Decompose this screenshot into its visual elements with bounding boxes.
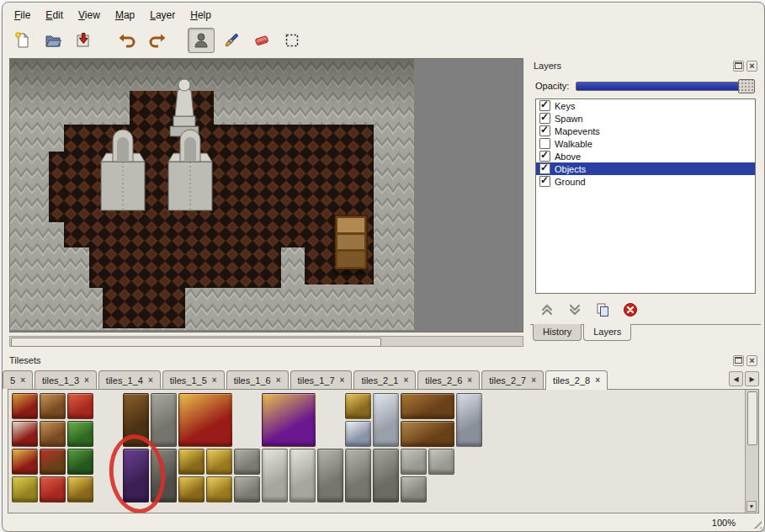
tile-book-row[interactable] (40, 449, 66, 475)
close-tab-icon[interactable] (276, 376, 281, 385)
rect-select-tool-button[interactable] (279, 28, 305, 53)
layer-visibility-checkbox[interactable] (539, 113, 550, 124)
opacity-slider[interactable] (576, 82, 754, 91)
close-tab-icon[interactable] (212, 376, 217, 385)
undo-button[interactable] (114, 28, 141, 53)
layer-visibility-checkbox[interactable] (539, 163, 550, 174)
tab-history[interactable]: History (533, 324, 582, 341)
tile-gold-whip-2[interactable] (178, 476, 205, 503)
menu-map[interactable]: Map (109, 7, 141, 24)
tile-gold-whip[interactable] (178, 449, 205, 475)
close-tab-icon[interactable] (595, 376, 600, 385)
tileset-vscroll-handle[interactable] (747, 391, 757, 445)
tile-purple-door[interactable] (123, 449, 149, 503)
tileset-tab-tiles_1_7[interactable]: tiles_1_7 (290, 370, 353, 389)
tile-gargoyle-2[interactable] (345, 449, 371, 503)
raise-layer-button[interactable] (537, 301, 557, 319)
tile-stone-block-2[interactable] (428, 449, 454, 475)
tile-red-banner[interactable] (12, 393, 38, 419)
tileset-tab-tiles_2_1[interactable]: tiles_2_1 (353, 370, 416, 389)
tileset-tab-tiles_2_8[interactable]: tiles_2_8 (545, 370, 608, 390)
tile-gargoyle[interactable] (317, 449, 343, 503)
delete-layer-button[interactable] (620, 301, 640, 319)
tileset-content[interactable] (8, 389, 759, 513)
close-tab-icon[interactable] (531, 376, 536, 385)
close-tab-icon[interactable] (84, 376, 89, 385)
scroll-down-arrow-icon[interactable] (746, 501, 757, 512)
tile-stone-pillar[interactable] (401, 476, 427, 503)
menu-layer[interactable]: Layer (143, 7, 182, 24)
tab-layers[interactable]: Layers (583, 324, 631, 341)
tile-gold-frame[interactable] (345, 393, 371, 419)
layer-row-above[interactable]: Above (536, 150, 755, 162)
tile-tall-plant[interactable] (67, 449, 93, 475)
duplicate-layer-button[interactable] (592, 301, 613, 319)
tileset-tab-tiles_1_4[interactable]: tiles_1_4 (98, 370, 161, 389)
scroll-tabs-left-icon[interactable] (729, 371, 743, 386)
tile-rock[interactable] (234, 476, 260, 503)
menu-help[interactable]: Help (183, 7, 218, 24)
tileset-vertical-scrollbar[interactable] (745, 390, 758, 513)
save-button[interactable] (70, 28, 97, 53)
tileset-tab-tiles_1_6[interactable]: tiles_1_6 (226, 370, 289, 389)
tile-gold-banner[interactable] (12, 476, 38, 503)
tileset-tab-tiles_1_5[interactable]: tiles_1_5 (162, 370, 225, 389)
close-tab-icon[interactable] (340, 376, 345, 385)
map-horizontal-scrollbar[interactable] (9, 336, 523, 347)
lower-layer-button[interactable] (565, 301, 585, 319)
stamp-tool-button[interactable] (188, 28, 215, 53)
layer-visibility-checkbox[interactable] (539, 125, 550, 136)
menu-view[interactable]: View (72, 7, 107, 24)
tileset-tab-tiles_1_3[interactable]: tiles_1_3 (35, 370, 97, 389)
tile-spinning-wheel-2[interactable] (40, 421, 66, 447)
new-file-button[interactable] (9, 28, 36, 53)
layer-row-objects[interactable]: Objects (536, 162, 755, 175)
close-tab-icon[interactable] (20, 376, 25, 385)
tile-angel-statue[interactable] (262, 449, 288, 503)
tile-alcove-statue[interactable] (151, 449, 177, 503)
close-panel-icon[interactable] (746, 61, 757, 72)
tile-crest-banner[interactable] (12, 449, 38, 475)
tile-carved-rock[interactable] (234, 449, 260, 475)
layer-row-keys[interactable]: Keys (536, 99, 755, 112)
layer-visibility-checkbox[interactable] (539, 138, 550, 149)
layer-visibility-checkbox[interactable] (539, 100, 550, 111)
tile-silver-frame[interactable] (373, 393, 399, 447)
tile-purple-throne[interactable] (262, 393, 316, 447)
menu-file[interactable]: File (8, 7, 37, 24)
scroll-tabs-right-icon[interactable] (745, 371, 759, 386)
tile-gold-treasure-2[interactable] (206, 476, 232, 503)
resize-grip[interactable] (751, 518, 762, 529)
float-panel-icon[interactable] (733, 61, 744, 72)
tile-knight-armor[interactable] (456, 393, 482, 447)
layer-row-walkable[interactable]: Walkable (536, 137, 755, 150)
tile-red-throne[interactable] (178, 393, 232, 447)
tile-tall-cabinet[interactable] (123, 393, 149, 447)
tile-gold-horn[interactable] (67, 476, 93, 503)
close-tab-icon[interactable] (467, 376, 472, 385)
tileset-tab-tiles_2_7[interactable]: tiles_2_7 (481, 370, 544, 389)
eraser-tool-button[interactable] (248, 28, 275, 53)
tile-stone-block[interactable] (401, 449, 427, 475)
layer-row-mapevents[interactable]: Mapevents (536, 125, 755, 137)
tile-gold-treasure[interactable] (206, 449, 232, 475)
close-tab-icon[interactable] (403, 376, 408, 385)
tile-angel-statue-2[interactable] (290, 449, 316, 503)
opacity-slider-handle[interactable] (738, 79, 755, 93)
menu-edit[interactable]: Edit (39, 7, 70, 24)
tile-shield-frame[interactable] (345, 421, 371, 447)
brush-tool-button[interactable] (218, 28, 245, 53)
close-tab-icon[interactable] (148, 376, 153, 385)
open-button[interactable] (40, 28, 66, 53)
tile-spinning-wheel[interactable] (40, 393, 66, 419)
tileset-tab-tiles_2_6[interactable]: tiles_2_6 (417, 370, 480, 389)
redo-button[interactable] (144, 28, 171, 53)
float-panel-icon[interactable] (733, 355, 744, 366)
tile-stone-door[interactable] (151, 393, 177, 447)
tile-wood-crates[interactable] (401, 421, 454, 447)
tile-obelisk[interactable] (373, 449, 399, 503)
close-panel-icon[interactable] (746, 355, 757, 366)
layer-visibility-checkbox[interactable] (539, 151, 550, 162)
tile-berry-basket[interactable] (40, 476, 66, 503)
tile-wood-dresser[interactable] (401, 393, 454, 419)
